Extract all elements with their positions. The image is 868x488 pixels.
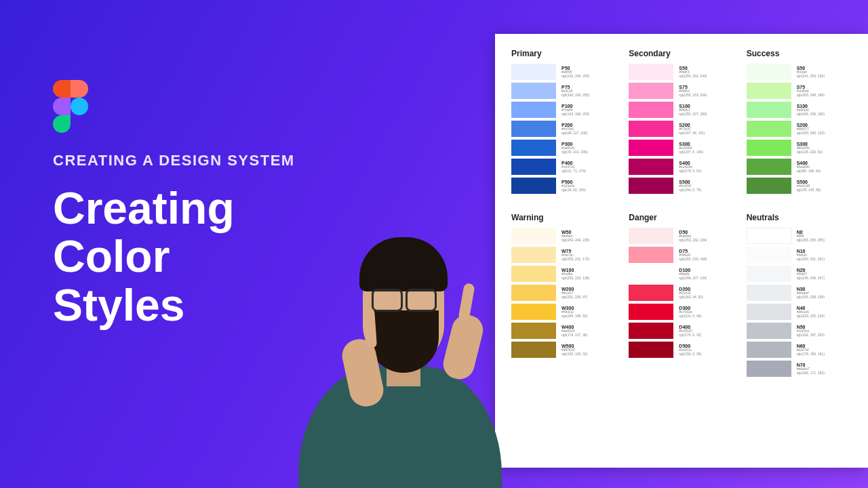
swatch-row: P500#123e9crgb(18, 62, 156)	[511, 178, 616, 194]
swatch-chip	[747, 247, 791, 263]
swatch-rgb: rgb(156, 0, 28)	[679, 352, 701, 357]
swatch-chip	[747, 342, 791, 358]
swatch-row: S100#a6f5a0rgb(166, 245, 160)	[747, 102, 852, 118]
swatch-chip	[747, 178, 791, 194]
swatch-chip	[511, 64, 556, 80]
presenter-photo	[258, 210, 529, 488]
swatch-rgb: rgb(90, 168, 64)	[797, 169, 821, 174]
swatch-row: N70#a6abb7rgb(166, 171, 183)	[747, 361, 852, 377]
swatch-chip	[629, 304, 673, 320]
swatch-rgb: rgb(174, 137, 36)	[561, 333, 587, 338]
swatch-row: P100#7ca8ffrgb(124, 168, 255)	[511, 102, 616, 118]
swatch-rgb: rgb(203, 248, 169)	[797, 94, 825, 98]
swatch-row: S75#cbf8a9rgb(203, 248, 169)	[747, 83, 852, 99]
swatch-rgb: rgb(124, 168, 255)	[561, 113, 589, 117]
figma-logo	[53, 80, 88, 133]
swatch-chip	[629, 140, 673, 156]
swatch-chip	[511, 342, 556, 358]
swatch-row: S200#96f077rgb(150, 240, 119)	[747, 121, 852, 137]
swatch-row: N50#c0c5cbrgb(192, 197, 203)	[747, 323, 852, 339]
swatch-chip	[629, 323, 673, 339]
palette-group-title: Neutrals	[747, 213, 852, 222]
swatch-rgb: rgb(254, 249, 235)	[561, 239, 589, 243]
swatch-chip	[747, 121, 791, 137]
swatch-rgb: rgb(21, 71, 179)	[561, 169, 586, 174]
swatch-row: P75#a3c1ffrgb(163, 193, 255)	[511, 83, 616, 99]
swatch-chip	[747, 304, 791, 320]
swatch-row: D50#fde8eargb(253, 232, 234)	[629, 228, 734, 244]
swatch-rgb: rgb(247, 44, 151)	[679, 131, 705, 136]
swatch-rgb: rgb(232, 240, 255)	[561, 75, 589, 79]
swatch-chip	[511, 304, 556, 320]
swatch-rgb: rgb(255, 255, 255)	[797, 239, 825, 243]
swatch-chip	[629, 285, 673, 301]
swatch-rgb: rgb(255, 107, 183)	[679, 113, 707, 117]
hero-subtitle: CREATING A DESIGN SYSTEM	[53, 152, 295, 169]
swatch-row: N10#fafbfbrgb(250, 251, 251)	[747, 247, 852, 263]
swatch-chip	[747, 285, 791, 301]
swatch-rgb: rgb(252, 223, 138)	[561, 277, 589, 281]
swatch-row: S75#ff99ccrgb(255, 153, 204)	[629, 83, 734, 99]
swatch-chip	[511, 83, 556, 99]
swatch-row: P50#e8f0ffrgb(232, 240, 255)	[511, 64, 616, 80]
palette-group-title: Success	[747, 49, 852, 58]
swatch-row: W300#f9c632rgb(249, 198, 50)	[511, 304, 616, 320]
swatch-chip	[511, 247, 556, 263]
swatch-rgb: rgb(18, 62, 156)	[561, 188, 586, 192]
color-palette-card: PrimaryP50#e8f0ffrgb(232, 240, 255)P75#a…	[495, 34, 868, 468]
swatch-chip	[511, 178, 556, 194]
swatch-rgb: rgb(128, 233, 91)	[797, 150, 823, 155]
swatch-chip	[747, 64, 791, 80]
swatch-row: P300#1e65d1rgb(30, 101, 209)	[511, 140, 616, 156]
swatch-rgb: rgb(152, 120, 32)	[561, 352, 587, 357]
swatch-row: D300#e7002ergb(231, 0, 46)	[629, 304, 734, 320]
swatch-row: N30#ebeeefrgb(235, 238, 239)	[747, 285, 852, 301]
swatch-chip	[629, 247, 673, 263]
swatch-rgb: rgb(163, 193, 255)	[561, 94, 589, 98]
palette-group-title: Secondary	[629, 49, 734, 58]
swatch-rgb: rgb(250, 251, 251)	[797, 258, 825, 262]
swatch-row: N40#dfe1e5rgb(223, 225, 229)	[747, 304, 852, 320]
swatch-rgb: rgb(179, 0, 32)	[679, 333, 701, 338]
palette-group-title: Warning	[511, 213, 616, 222]
palette-group-title: Primary	[511, 49, 616, 58]
swatch-chip	[629, 121, 673, 137]
swatch-rgb: rgb(166, 171, 183)	[797, 371, 825, 375]
swatch-row: S100#ff6bb7rgb(255, 107, 183)	[629, 102, 734, 118]
swatch-rgb: rgb(150, 240, 119)	[797, 131, 825, 136]
swatch-chip	[511, 266, 556, 282]
swatch-row: S200#f72c97rgb(247, 44, 151)	[629, 121, 734, 137]
swatch-row: D100#f6b86rgb(246, 107, 134)	[629, 266, 734, 282]
swatch-row: S400#b2005brgb(178, 0, 91)	[629, 159, 734, 175]
swatch-rgb: rgb(251, 206, 87)	[561, 296, 587, 300]
swatch-row: W200#fbce57rgb(251, 206, 87)	[511, 285, 616, 301]
swatch-rgb: rgb(241, 253, 239)	[797, 75, 825, 79]
swatch-row: S500#4e9138rgb(78, 145, 56)	[747, 178, 852, 194]
swatch-chip	[747, 361, 791, 377]
swatch-rgb: rgb(166, 245, 160)	[797, 113, 825, 117]
swatch-row: D400#b30020rgb(179, 0, 32)	[629, 323, 734, 339]
swatch-chip	[747, 323, 791, 339]
palette-group: WarningW50#fef9ebrgb(254, 249, 235)W75#f…	[511, 213, 616, 380]
swatch-chip	[747, 102, 791, 118]
swatch-rgb: rgb(255, 150, 168)	[679, 258, 707, 262]
swatch-row: W500#987820rgb(152, 120, 32)	[511, 342, 616, 358]
palette-group-title: Danger	[629, 213, 734, 222]
swatch-chip	[747, 159, 791, 175]
swatch-row: W50#fef9ebrgb(254, 249, 235)	[511, 228, 616, 244]
swatch-chip	[511, 102, 556, 118]
swatch-row: P400#1547b3rgb(21, 71, 179)	[511, 159, 616, 175]
hero-text: CREATING A DESIGN SYSTEM Creating Color …	[53, 80, 295, 329]
swatch-rgb: rgb(246, 107, 134)	[679, 277, 707, 281]
swatch-row: W400#ae8924rgb(174, 137, 36)	[511, 323, 616, 339]
palette-group: PrimaryP50#e8f0ffrgb(232, 240, 255)P75#a…	[511, 49, 616, 197]
swatch-rgb: rgb(178, 183, 191)	[797, 352, 825, 357]
swatch-row: S300#80e95brgb(128, 233, 91)	[747, 140, 852, 156]
swatch-row: P200#447fe6rgb(68, 127, 230)	[511, 121, 616, 137]
swatch-rgb: rgb(231, 0, 46)	[679, 314, 701, 319]
swatch-row: S400#5aa840rgb(90, 168, 64)	[747, 159, 852, 175]
swatch-rgb: rgb(223, 225, 229)	[797, 314, 825, 319]
swatch-row: W100#fcdf8argb(252, 223, 138)	[511, 266, 616, 282]
swatch-chip	[629, 159, 673, 175]
swatch-chip	[629, 64, 673, 80]
